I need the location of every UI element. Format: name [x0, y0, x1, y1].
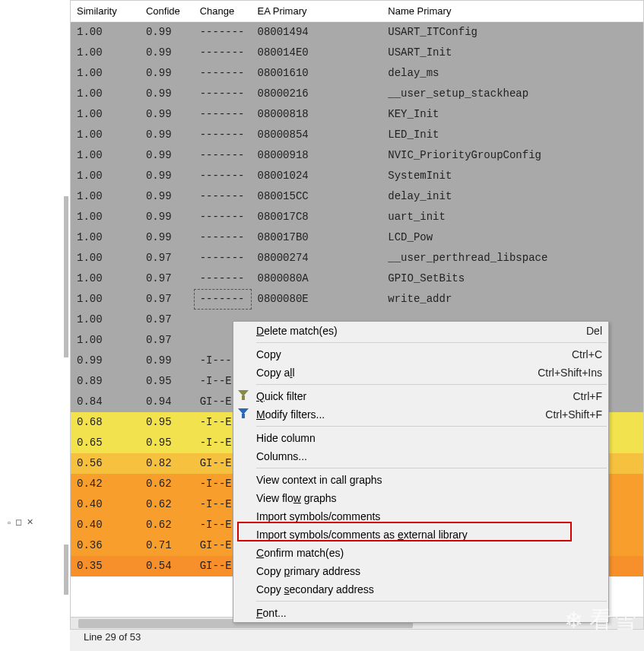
cell-sim[interactable]: 0.40 — [71, 494, 140, 515]
cell-sim[interactable]: 1.00 — [71, 310, 140, 330]
cell-conf[interactable]: 0.62 — [140, 515, 194, 535]
table-row[interactable]: 1.000.99-------08000216__user_setup_stac… — [71, 84, 643, 104]
cell-name[interactable]: __user_perthread_libspace — [382, 248, 643, 268]
cell-sim[interactable]: 0.84 — [71, 392, 140, 412]
cell-ea[interactable]: 080014E0 — [252, 43, 382, 63]
menu-copy-all[interactable]: Copy allCtrl+Shift+Ins — [233, 364, 608, 382]
cell-ea[interactable]: 08000216 — [252, 84, 382, 104]
table-row[interactable]: 1.000.99-------080017C8uart_init — [71, 207, 643, 227]
table-row[interactable]: 1.000.99-------080014E0USART_Init — [71, 43, 643, 63]
cell-conf[interactable]: 0.97 — [140, 289, 194, 310]
column-header[interactable]: Name Primary — [382, 1, 643, 22]
cell-chg[interactable]: ------- — [194, 22, 252, 43]
menu-copy-primary[interactable]: Copy primary address — [233, 562, 608, 580]
menu-import-symbols[interactable]: Import symbols/comments — [233, 507, 608, 526]
cell-sim[interactable]: 1.00 — [71, 227, 140, 248]
table-row[interactable]: 1.000.97-------0800080Ewrite_addr — [71, 289, 643, 310]
cell-name[interactable]: NVIC_PriorityGroupConfig — [382, 145, 643, 166]
scrollbar-thumb-2[interactable] — [64, 545, 68, 595]
column-header[interactable]: Similarity — [71, 1, 140, 22]
cell-sim[interactable]: 1.00 — [71, 166, 140, 186]
cell-sim[interactable]: 1.00 — [71, 289, 140, 310]
cell-ea[interactable]: 080017C8 — [252, 207, 382, 227]
menu-confirm-match[interactable]: Confirm match(es) — [233, 544, 608, 562]
cell-ea[interactable]: 0800080E — [252, 289, 382, 310]
table-row[interactable]: 1.000.99-------080015CCdelay_init — [71, 186, 643, 207]
table-row[interactable]: 1.000.97-------08000274__user_perthread_… — [71, 248, 643, 268]
cell-chg[interactable]: ------- — [194, 166, 252, 186]
cell-chg[interactable]: ------- — [194, 248, 252, 268]
column-header[interactable]: Confide — [140, 1, 194, 22]
cell-sim[interactable]: 0.65 — [71, 433, 140, 453]
cell-conf[interactable]: 0.97 — [140, 330, 194, 351]
cell-name[interactable]: write_addr — [382, 289, 643, 310]
cell-sim[interactable]: 0.42 — [71, 474, 140, 494]
cell-sim[interactable]: 1.00 — [71, 43, 140, 63]
cell-chg[interactable]: ------- — [194, 207, 252, 227]
cell-sim[interactable]: 1.00 — [71, 63, 140, 84]
cell-sim[interactable]: 0.56 — [71, 453, 140, 474]
cell-ea[interactable]: 08000274 — [252, 248, 382, 268]
column-header[interactable]: EA Primary — [252, 1, 382, 22]
cell-name[interactable]: __user_setup_stackheap — [382, 84, 643, 104]
cell-sim[interactable]: 1.00 — [71, 330, 140, 351]
table-row[interactable]: 1.000.99-------08000918NVIC_PriorityGrou… — [71, 145, 643, 166]
column-header[interactable]: Change — [194, 1, 252, 22]
cell-sim[interactable]: 1.00 — [71, 186, 140, 207]
cell-name[interactable]: LED_Init — [382, 125, 643, 145]
table-row[interactable]: 1.000.99-------08001024SystemInit — [71, 166, 643, 186]
cell-conf[interactable]: 0.82 — [140, 453, 194, 474]
menu-view-flow[interactable]: View flow graphs — [233, 489, 608, 507]
cell-conf[interactable]: 0.99 — [140, 186, 194, 207]
menu-copy-secondary[interactable]: Copy secondary address — [233, 580, 608, 599]
cell-conf[interactable]: 0.95 — [140, 371, 194, 392]
cell-ea[interactable]: 08001610 — [252, 63, 382, 84]
dock-min-icon[interactable]: ▫ — [8, 518, 11, 527]
cell-ea[interactable]: 08000818 — [252, 104, 382, 125]
cell-conf[interactable]: 0.54 — [140, 556, 194, 576]
cell-conf[interactable]: 0.99 — [140, 145, 194, 166]
cell-chg[interactable]: ------- — [194, 186, 252, 207]
cell-chg[interactable]: ------- — [194, 63, 252, 84]
cell-chg[interactable]: ------- — [194, 268, 252, 289]
menu-modify-filters[interactable]: Modify filters...Ctrl+Shift+F — [233, 405, 608, 424]
cell-conf[interactable]: 0.62 — [140, 474, 194, 494]
cell-chg[interactable]: ------- — [194, 289, 252, 310]
cell-sim[interactable]: 0.40 — [71, 515, 140, 535]
cell-conf[interactable]: 0.97 — [140, 248, 194, 268]
cell-chg[interactable]: ------- — [194, 125, 252, 145]
cell-chg[interactable]: ------- — [194, 104, 252, 125]
cell-ea[interactable]: 08001494 — [252, 22, 382, 43]
cell-conf[interactable]: 0.99 — [140, 227, 194, 248]
cell-sim[interactable]: 1.00 — [71, 268, 140, 289]
cell-conf[interactable]: 0.97 — [140, 268, 194, 289]
cell-conf[interactable]: 0.71 — [140, 535, 194, 556]
cell-ea[interactable]: 080017B0 — [252, 227, 382, 248]
cell-name[interactable]: GPIO_SetBits — [382, 268, 643, 289]
cell-conf[interactable]: 0.95 — [140, 412, 194, 433]
cell-ea[interactable]: 0800080A — [252, 268, 382, 289]
table-row[interactable]: 1.000.97-------0800080AGPIO_SetBits — [71, 268, 643, 289]
cell-name[interactable]: USART_Init — [382, 43, 643, 63]
cell-sim[interactable]: 0.36 — [71, 535, 140, 556]
cell-chg[interactable]: ------- — [194, 43, 252, 63]
cell-chg[interactable]: ------- — [194, 227, 252, 248]
cell-conf[interactable]: 0.99 — [140, 84, 194, 104]
menu-quick-filter[interactable]: Quick filterCtrl+F — [233, 387, 608, 405]
cell-conf[interactable]: 0.99 — [140, 125, 194, 145]
table-row[interactable]: 1.000.99-------080017B0LCD_Pow — [71, 227, 643, 248]
cell-name[interactable]: USART_ITConfig — [382, 22, 643, 43]
menu-delete-match[interactable]: Delete match(es) Del — [233, 322, 608, 340]
cell-ea[interactable]: 080015CC — [252, 186, 382, 207]
menu-hide-column[interactable]: Hide column — [233, 429, 608, 447]
cell-sim[interactable]: 1.00 — [71, 207, 140, 227]
table-row[interactable]: 1.000.99-------08000854LED_Init — [71, 125, 643, 145]
cell-sim[interactable]: 1.00 — [71, 145, 140, 166]
cell-conf[interactable]: 0.99 — [140, 22, 194, 43]
cell-ea[interactable]: 08000854 — [252, 125, 382, 145]
cell-sim[interactable]: 0.99 — [71, 351, 140, 371]
cell-sim[interactable]: 1.00 — [71, 22, 140, 43]
cell-conf[interactable]: 0.99 — [140, 63, 194, 84]
cell-conf[interactable]: 0.99 — [140, 207, 194, 227]
menu-columns[interactable]: Columns... — [233, 447, 608, 465]
